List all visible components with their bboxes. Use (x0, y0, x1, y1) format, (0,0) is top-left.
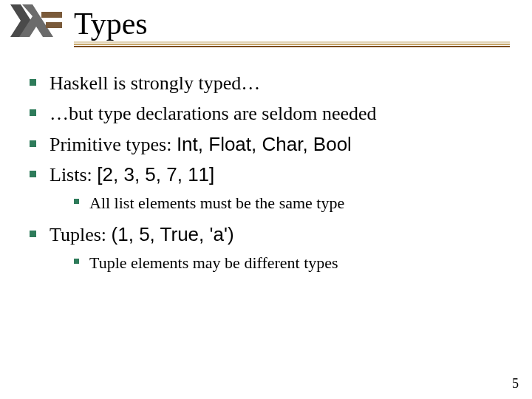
bullet-icon (30, 171, 36, 177)
bullet-text: Tuples: (1, 5, True, 'a') (50, 222, 234, 247)
code-text: (1, 5, True, 'a') (112, 223, 234, 245)
slide-header: Types (0, 0, 532, 50)
bullet-text: …but type declarations are seldom needed (50, 101, 377, 126)
slide: { "title": "Types", "bullets": { "b1": "… (0, 0, 532, 399)
bullet-icon (30, 79, 36, 86)
bullet-icon (74, 259, 79, 264)
bullet-text: Tuple elements may be different types (89, 253, 338, 273)
page-number: 5 (512, 376, 519, 392)
code-text: Int, Float, Char, Bool (177, 133, 352, 155)
bullet-text: Lists: [2, 3, 5, 7, 11] (50, 163, 214, 187)
bullet-prefix: Primitive types: (50, 134, 177, 155)
bullet-icon (30, 231, 36, 237)
haskell-logo-icon (7, 1, 65, 43)
bullet-text: Haskell is strongly typed… (50, 71, 260, 95)
divider-line (74, 46, 510, 47)
bullet-prefix: Lists: (50, 164, 97, 185)
divider-line (74, 44, 510, 45)
divider-line (74, 41, 510, 43)
list-item: Tuples: (1, 5, True, 'a') (30, 222, 510, 247)
list-item: Haskell is strongly typed… (30, 71, 510, 95)
bullet-text: Primitive types: Int, Float, Char, Bool (50, 132, 352, 157)
bullet-icon (30, 140, 36, 147)
svg-rect-2 (41, 12, 62, 18)
list-subitem: All list elements must be the same type (74, 193, 510, 214)
bullet-icon (30, 109, 36, 116)
bullet-icon (74, 199, 79, 204)
list-subitem: Tuple elements may be different types (74, 253, 510, 273)
slide-title: Types (74, 6, 148, 41)
bullet-prefix: Tuples: (50, 224, 112, 245)
bullet-text: All list elements must be the same type (89, 193, 344, 214)
slide-body: Haskell is strongly typed… …but type dec… (30, 68, 510, 283)
list-item: …but type declarations are seldom needed (30, 101, 510, 126)
list-item: Primitive types: Int, Float, Char, Bool (30, 132, 510, 157)
svg-rect-3 (46, 22, 62, 28)
list-item: Lists: [2, 3, 5, 7, 11] (30, 163, 510, 187)
code-text: [2, 3, 5, 7, 11] (97, 163, 214, 185)
